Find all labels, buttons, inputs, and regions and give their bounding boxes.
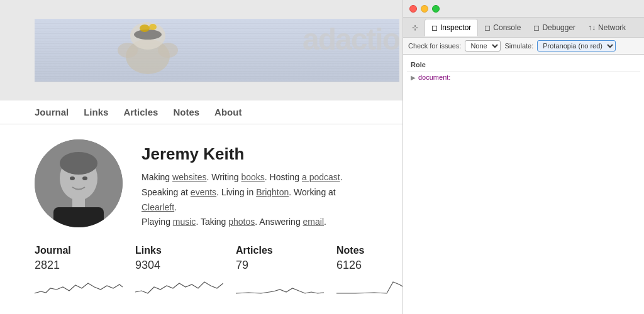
link-podcast[interactable]: a podcast bbox=[302, 172, 340, 182]
minimize-button[interactable] bbox=[421, 5, 428, 13]
sparkline-notes bbox=[336, 276, 402, 295]
devtools-toolbar: Check for issues: None Simulate: Protano… bbox=[403, 38, 644, 55]
stat-links-label: Links bbox=[135, 245, 236, 256]
devtools-content: Role ▶ document: bbox=[403, 55, 644, 314]
tab-console[interactable]: ◻ Console bbox=[478, 19, 527, 36]
profile-bio: Making websites. Writing books. Hosting … bbox=[142, 170, 368, 230]
site-header: adactio bbox=[0, 0, 402, 100]
site-logo: adactio bbox=[303, 22, 399, 57]
console-label: Console bbox=[493, 23, 521, 32]
console-icon: ◻ bbox=[484, 23, 491, 32]
tree-item-document[interactable]: ▶ document: bbox=[407, 72, 640, 83]
svg-point-10 bbox=[60, 152, 97, 175]
profile-info: Jeremy Keith Making websites. Writing bo… bbox=[142, 139, 368, 230]
stat-links: Links 9304 bbox=[135, 245, 236, 297]
profile-name: Jeremy Keith bbox=[142, 144, 368, 164]
network-icon: ↑↓ bbox=[588, 23, 596, 32]
close-button[interactable] bbox=[409, 5, 417, 13]
simulate-label: Simulate: bbox=[504, 42, 533, 50]
maximize-button[interactable] bbox=[432, 5, 440, 13]
stats-section: Journal 2821 Links 9304 Articles 79 Note… bbox=[0, 245, 402, 297]
link-photos[interactable]: photos bbox=[228, 217, 255, 227]
svg-point-7 bbox=[149, 24, 157, 30]
link-websites[interactable]: websites bbox=[172, 172, 206, 182]
stat-notes-count: 6126 bbox=[336, 259, 402, 272]
devtools-tabs: ⊹ ◻ Inspector ◻ Console ◻ Debugger ↑↓ Ne… bbox=[403, 18, 644, 38]
check-issues-label: Check for issues: bbox=[408, 42, 461, 50]
stat-journal-label: Journal bbox=[35, 245, 135, 256]
link-events[interactable]: events bbox=[191, 187, 216, 197]
role-label: Role bbox=[407, 58, 640, 72]
sparkline-links bbox=[135, 276, 223, 295]
tab-network[interactable]: ↑↓ Network bbox=[582, 19, 632, 36]
debugger-label: Debugger bbox=[542, 23, 575, 32]
tree-item-label: document: bbox=[418, 73, 450, 81]
site-nav: Journal Links Articles Notes About bbox=[0, 100, 402, 124]
banner-image: adactio bbox=[35, 19, 399, 82]
check-issues-select[interactable]: None bbox=[465, 40, 501, 51]
sparkline-articles bbox=[236, 276, 324, 295]
inspector-label: Inspector bbox=[440, 23, 471, 32]
tab-inspector[interactable]: ◻ Inspector bbox=[425, 19, 478, 36]
link-email[interactable]: email bbox=[303, 217, 324, 227]
nav-about[interactable]: About bbox=[214, 107, 242, 117]
svg-point-5 bbox=[158, 43, 178, 58]
stat-notes-label: Notes bbox=[336, 245, 402, 256]
simulate-select[interactable]: Protanopia (no red) bbox=[537, 40, 616, 51]
tree-arrow-icon: ▶ bbox=[411, 74, 416, 81]
stat-journal-count: 2821 bbox=[35, 259, 135, 272]
nav-articles[interactable]: Articles bbox=[123, 107, 158, 117]
stat-notes: Notes 6126 bbox=[336, 245, 402, 297]
svg-point-13 bbox=[70, 176, 75, 180]
stat-articles-label: Articles bbox=[236, 245, 336, 256]
nav-links[interactable]: Links bbox=[84, 107, 108, 117]
stat-articles-count: 79 bbox=[236, 259, 336, 272]
nav-journal[interactable]: Journal bbox=[35, 107, 69, 117]
stat-journal: Journal 2821 bbox=[35, 245, 135, 297]
website-area: adactio Journal Links Articles Notes Abo… bbox=[0, 0, 402, 314]
sparkline-journal bbox=[35, 276, 123, 295]
stat-articles: Articles 79 bbox=[236, 245, 336, 297]
debugger-icon: ◻ bbox=[533, 23, 540, 32]
stat-links-count: 9304 bbox=[135, 259, 236, 272]
tab-cursor[interactable]: ⊹ bbox=[406, 19, 425, 36]
profile-section: Jeremy Keith Making websites. Writing bo… bbox=[0, 124, 402, 245]
link-clearleft[interactable]: Clearleft bbox=[142, 202, 174, 212]
link-music[interactable]: music bbox=[173, 217, 196, 227]
link-books[interactable]: books bbox=[241, 172, 264, 182]
link-brighton[interactable]: Brighton bbox=[256, 187, 289, 197]
tab-debugger[interactable]: ◻ Debugger bbox=[527, 19, 582, 36]
devtools-panel: ⊹ ◻ Inspector ◻ Console ◻ Debugger ↑↓ Ne… bbox=[402, 0, 644, 314]
cursor-icon: ⊹ bbox=[412, 23, 418, 32]
svg-rect-11 bbox=[72, 195, 85, 207]
nav-notes[interactable]: Notes bbox=[173, 107, 199, 117]
svg-rect-12 bbox=[53, 207, 104, 227]
svg-point-14 bbox=[82, 176, 87, 180]
avatar bbox=[35, 139, 123, 227]
svg-point-6 bbox=[140, 24, 150, 32]
svg-point-4 bbox=[118, 43, 138, 58]
devtools-titlebar bbox=[403, 0, 644, 18]
banner-figure bbox=[85, 22, 211, 78]
inspector-icon: ◻ bbox=[431, 23, 438, 32]
network-label: Network bbox=[598, 23, 626, 32]
